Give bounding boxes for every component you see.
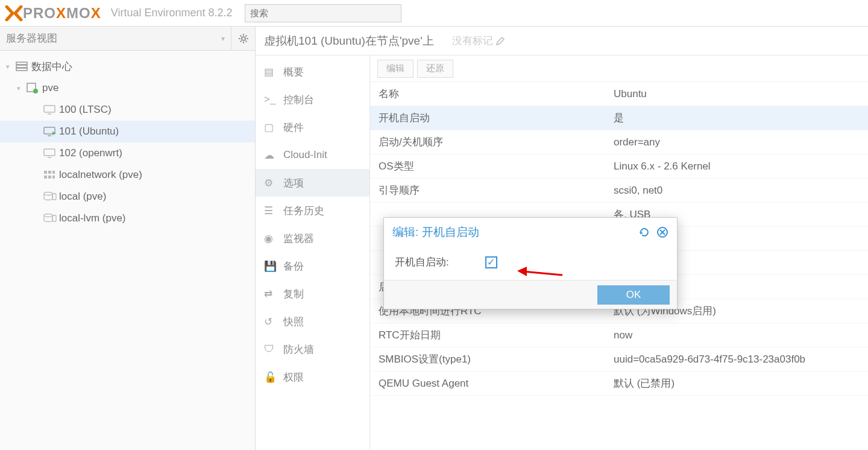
monitor-icon (43, 105, 59, 115)
svg-rect-2 (16, 65, 27, 68)
svg-rect-17 (52, 176, 55, 179)
table-row[interactable]: QEMU Guest Agent默认 (已禁用) (370, 372, 868, 396)
view-selector: 服务器视图 ▾ (0, 27, 255, 51)
server-icon (27, 83, 42, 93)
left-panel: 服务器视图 ▾ ▾ 数据中心 ▾ pve 100 (LTSC) (0, 27, 256, 450)
save-icon: 💾 (264, 260, 276, 273)
tags-placeholder[interactable]: 没有标记 (452, 34, 505, 48)
svg-rect-6 (44, 106, 55, 112)
tree-label: 102 (openwrt) (59, 147, 122, 159)
tree-label: local-lvm (pve) (59, 212, 126, 224)
tab-firewall[interactable]: 🛡防火墙 (256, 335, 370, 363)
dialog-title-text: 编辑: 开机自启动 (392, 224, 479, 240)
replicate-icon: ⇄ (264, 288, 276, 300)
reset-icon (638, 226, 650, 238)
tab-summary[interactable]: ▤概要 (256, 58, 370, 86)
dialog-body: 开机自启动: ✓ (384, 247, 677, 280)
tree-node-pve[interactable]: ▾ pve (0, 77, 255, 99)
top-bar: PROXMOX Virtual Environment 8.2.2 (0, 0, 868, 27)
gear-icon (238, 33, 249, 44)
tree-label: pve (42, 82, 58, 94)
tree-label: 101 (Ubuntu) (59, 125, 119, 138)
table-row[interactable]: 开机自启动是 (370, 106, 868, 130)
storage-icon (43, 214, 59, 223)
svg-rect-3 (16, 68, 27, 71)
tab-options[interactable]: ⚙选项 (256, 169, 370, 197)
page-title: 虚拟机101 (Ubuntu)在节点'pve'上 (264, 33, 434, 49)
eye-icon: ◉ (264, 232, 276, 245)
svg-rect-16 (48, 176, 51, 179)
dialog-titlebar: 编辑: 开机自启动 (384, 218, 677, 247)
svg-rect-1 (16, 62, 27, 65)
search-box (245, 4, 401, 22)
content-header: 虚拟机101 (Ubuntu)在节点'pve'上 没有标记 (256, 27, 868, 55)
svg-rect-14 (52, 171, 55, 174)
tree-network[interactable]: localnetwork (pve) (0, 164, 255, 186)
tab-console[interactable]: >_控制台 (256, 86, 370, 113)
pencil-icon (495, 36, 505, 46)
tab-replication[interactable]: ⇄复制 (256, 280, 370, 308)
tree-storage-local-lvm[interactable]: local-lvm (pve) (0, 208, 255, 229)
tab-taskhistory[interactable]: ☰任务历史 (256, 197, 370, 224)
table-row[interactable]: 引导顺序scsi0, net0 (370, 179, 868, 203)
tab-cloudinit[interactable]: ☁Cloud-Init (256, 141, 370, 169)
search-input[interactable] (245, 4, 401, 22)
close-icon (656, 226, 668, 238)
env-version: Virtual Environment 8.2.2 (111, 7, 233, 19)
list-icon: ☰ (264, 204, 276, 217)
table-row[interactable]: 启动/关机顺序order=any (370, 130, 868, 154)
reset-button[interactable] (638, 226, 650, 238)
tree-vm-102[interactable]: 102 (openwrt) (0, 142, 255, 164)
svg-rect-12 (44, 171, 47, 174)
edit-onboot-dialog: 编辑: 开机自启动 开机自启动: ✓ OK (383, 217, 678, 309)
table-row[interactable]: 名称Ubuntu (370, 82, 868, 106)
logo-text: PROXMOX (23, 5, 101, 22)
close-button[interactable] (656, 226, 668, 238)
tags-label: 没有标记 (452, 34, 493, 48)
unlock-icon: 🔓 (264, 371, 276, 384)
gear-icon: ⚙ (264, 177, 276, 189)
ok-button[interactable]: OK (597, 285, 670, 305)
field-label: 开机自启动: (395, 255, 449, 269)
resource-tree: ▾ 数据中心 ▾ pve 100 (LTSC) 101 (Ubuntu) 102… (0, 51, 255, 234)
tree-vm-101[interactable]: 101 (Ubuntu) (0, 121, 255, 142)
svg-rect-13 (48, 171, 51, 174)
svg-rect-19 (52, 194, 56, 200)
book-icon: ▤ (264, 66, 276, 78)
datacenter-icon (16, 62, 31, 71)
tree-vm-100[interactable]: 100 (LTSC) (0, 99, 255, 121)
history-icon: ↺ (264, 315, 276, 328)
tree-datacenter[interactable]: ▾ 数据中心 (0, 55, 255, 77)
table-row[interactable]: RTC开始日期now (370, 323, 868, 347)
tab-snapshot[interactable]: ↺快照 (256, 308, 370, 335)
monitor-icon: ▢ (264, 121, 276, 134)
network-icon (43, 170, 59, 180)
onboot-checkbox[interactable]: ✓ (485, 256, 497, 268)
tree-label: 数据中心 (31, 60, 72, 74)
tab-monitor[interactable]: ◉监视器 (256, 224, 370, 252)
tab-hardware[interactable]: ▢硬件 (256, 113, 370, 141)
tree-storage-local[interactable]: local (pve) (0, 186, 255, 208)
svg-rect-21 (52, 215, 56, 221)
svg-rect-15 (44, 176, 47, 179)
svg-point-0 (242, 37, 245, 40)
settings-gear-button[interactable] (231, 27, 255, 51)
dialog-footer: OK (384, 280, 677, 309)
svg-point-5 (33, 89, 38, 93)
cloud-icon: ☁ (264, 149, 276, 162)
tree-label: localnetwork (pve) (59, 169, 142, 181)
edit-button[interactable]: 编辑 (377, 60, 414, 78)
view-dropdown[interactable]: 服务器视图 ▾ (0, 31, 231, 45)
shield-icon: 🛡 (264, 343, 276, 355)
tab-permissions[interactable]: 🔓权限 (256, 363, 370, 391)
table-row[interactable]: SMBIOS设置(type1)uuid=0ca5a929-6d73-4f75-9… (370, 347, 868, 372)
tab-backup[interactable]: 💾备份 (256, 252, 370, 280)
revert-button[interactable]: 还原 (417, 60, 453, 78)
monitor-running-icon (43, 127, 59, 136)
tree-label: local (pve) (59, 191, 106, 203)
table-row[interactable]: OS类型Linux 6.x - 2.6 Kernel (370, 154, 868, 179)
monitor-icon (43, 148, 59, 158)
vm-subnav: ▤概要 >_控制台 ▢硬件 ☁Cloud-Init ⚙选项 ☰任务历史 ◉监视器… (256, 55, 370, 450)
terminal-icon: >_ (264, 93, 276, 106)
logo-x-icon (5, 5, 23, 21)
